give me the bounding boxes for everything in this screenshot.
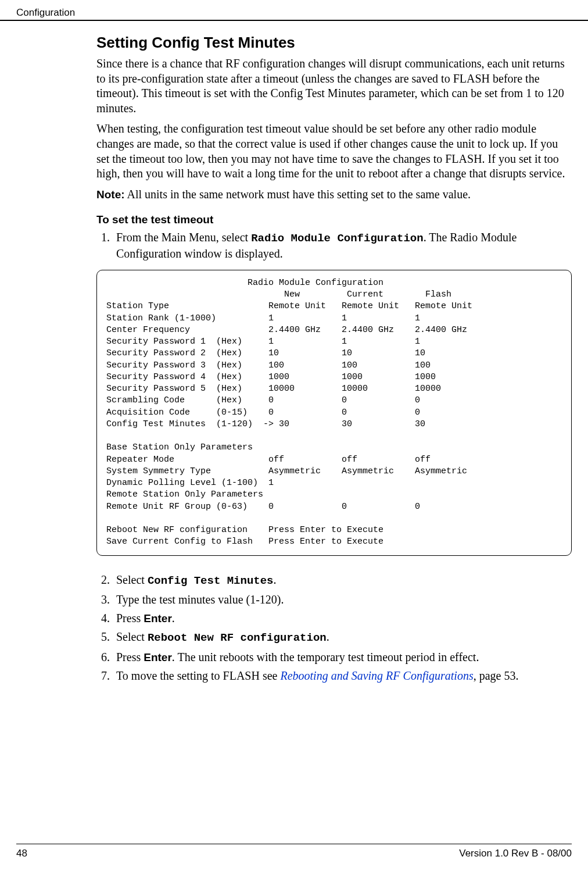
step-7-text-b: , page 53.: [474, 669, 519, 682]
paragraph-1: Since there is a chance that RF configur…: [96, 56, 572, 116]
step-2: Select Config Test Minutes.: [113, 572, 572, 588]
note-text: All units in the same network must have …: [125, 188, 471, 201]
step-1: From the Main Menu, select Radio Module …: [113, 230, 572, 261]
step-6-key: Enter: [144, 651, 172, 663]
step-2-text-b: .: [274, 573, 277, 586]
procedure-title: To set the test timeout: [96, 213, 572, 226]
step-5: Select Reboot New RF configuration.: [113, 629, 572, 645]
page-number: 48: [16, 848, 27, 859]
step-6-text-b: . The unit reboots with the temporary te…: [172, 651, 479, 663]
step-5-command: Reboot New RF configuration: [148, 631, 327, 644]
step-4-key: Enter: [144, 612, 172, 624]
step-5-text-b: .: [327, 630, 329, 643]
step-7-text-a: To move the setting to FLASH see: [116, 669, 280, 682]
step-7-link[interactable]: Rebooting and Saving RF Configurations: [280, 669, 473, 682]
step-4-text-a: Press: [116, 612, 144, 624]
step-2-command: Config Test Minutes: [148, 574, 274, 587]
footer-rule: [16, 844, 572, 844]
step-7: To move the setting to FLASH see Rebooti…: [113, 668, 572, 683]
header-rule: [0, 20, 588, 21]
page-title: Setting Config Test Minutes: [96, 34, 572, 52]
version-string: Version 1.0 Rev B - 08/00: [459, 848, 572, 859]
note-line: Note: All units in the same network must…: [96, 187, 572, 202]
note-label: Note:: [96, 188, 125, 201]
step-2-text-a: Select: [116, 573, 148, 586]
terminal-output: Radio Module Configuration New Current F…: [96, 270, 572, 556]
step-6: Press Enter. The unit reboots with the t…: [113, 649, 572, 665]
step-4: Press Enter.: [113, 611, 572, 626]
step-6-text-a: Press: [116, 651, 144, 663]
step-5-text-a: Select: [116, 630, 148, 643]
step-3: Type the test minutes value (1-120).: [113, 592, 572, 607]
step-1-command: Radio Module Configuration: [251, 232, 423, 245]
header-section: Configuration: [16, 7, 75, 18]
step-1-text-a: From the Main Menu, select: [116, 231, 251, 244]
paragraph-2: When testing, the configuration test tim…: [96, 122, 572, 181]
step-4-text-b: .: [172, 612, 175, 624]
